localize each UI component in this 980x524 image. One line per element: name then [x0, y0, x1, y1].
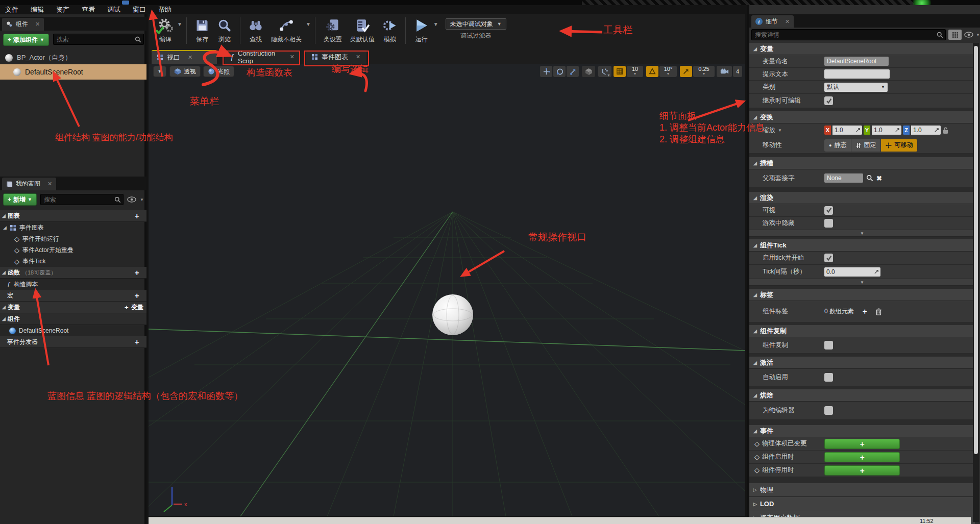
item-event-tick[interactable]: ◇ 事件Tick — [0, 256, 146, 267]
translate-tool-button[interactable] — [540, 66, 552, 77]
close-icon[interactable]: ✕ — [785, 18, 790, 25]
camera-speed-button[interactable] — [717, 66, 732, 77]
close-icon[interactable]: ✕ — [47, 181, 52, 187]
grid-snap-toggle[interactable] — [614, 66, 626, 77]
section-rendering[interactable]: ◢渲染 — [749, 192, 975, 204]
eye-icon[interactable] — [127, 196, 136, 203]
add-macro-button[interactable]: ＋ — [133, 291, 140, 301]
surface-snap-button[interactable]: ▼ — [598, 66, 611, 77]
close-icon[interactable]: ✕ — [188, 54, 192, 61]
tick-expander[interactable]: ▼ — [749, 279, 975, 286]
find-button[interactable]: 查找 — [244, 14, 267, 44]
section-variables[interactable]: ◢ 变量 ＋ 变量 — [0, 302, 146, 313]
compile-button[interactable]: 编译 — [154, 14, 177, 44]
rotation-snap-value-button[interactable]: 10°▼ — [659, 66, 677, 77]
clear-icon[interactable]: ✖ — [876, 174, 882, 182]
lit-button[interactable]: 光照 — [203, 66, 234, 77]
tree-item-bp-actor[interactable]: BP_Actor（自身） — [0, 51, 146, 64]
add-dispatcher-button[interactable]: ＋ — [133, 338, 140, 347]
section-replication[interactable]: ◢组件复制 — [749, 325, 975, 337]
details-scrollbar[interactable] — [973, 43, 979, 522]
item-event-actorbeginoverlap[interactable]: ◇ 事件Actor开始重叠 — [0, 244, 146, 256]
chevron-down-icon[interactable]: ▼ — [976, 33, 980, 37]
lock-icon[interactable] — [942, 127, 949, 134]
close-icon[interactable]: ✕ — [35, 21, 40, 28]
scrollbar-thumb[interactable] — [974, 46, 978, 454]
item-construction-script[interactable]: ƒ 构造脚本 — [0, 279, 146, 290]
hidden-in-game-checkbox[interactable] — [824, 219, 833, 228]
section-variable[interactable]: ◢变量 — [749, 43, 975, 55]
tab-details[interactable]: i 细节 ✕ — [751, 15, 794, 28]
menu-debug[interactable]: 调试 — [107, 5, 120, 14]
mobility-static-button[interactable]: ●静态 — [824, 139, 851, 152]
menu-asset[interactable]: 资产 — [56, 5, 69, 14]
visible-checkbox[interactable] — [824, 206, 833, 215]
hide-unrelated-button[interactable]: 隐藏不相关 — [267, 14, 306, 44]
item-event-graph[interactable]: ◢ 事件图表 — [0, 222, 146, 233]
add-graph-button[interactable]: ＋ — [133, 212, 140, 221]
close-icon[interactable]: ✕ — [290, 54, 295, 60]
grid-snap-value-button[interactable]: 10▼ — [627, 66, 643, 77]
editable-checkbox[interactable] — [824, 96, 833, 105]
section-components-category[interactable]: ◢ 组件 — [0, 313, 146, 325]
section-macros[interactable]: 宏 ＋ — [0, 290, 146, 302]
section-cooking[interactable]: ◢烘焙 — [749, 389, 975, 402]
variable-name-field[interactable]: DefaultSceneRoot — [824, 57, 889, 66]
eye-icon[interactable] — [964, 32, 973, 38]
section-sockets[interactable]: ◢插槽 — [749, 157, 975, 169]
section-events[interactable]: ◢事件 — [749, 425, 975, 437]
add-event-physics-volume-button[interactable]: ＋ — [824, 439, 900, 449]
menu-view[interactable]: 查看 — [82, 5, 95, 14]
close-icon[interactable]: ✕ — [356, 54, 360, 60]
add-event-deactivated-button[interactable]: ＋ — [824, 465, 900, 476]
section-dispatchers[interactable]: 事件分发器 ＋ — [0, 336, 146, 348]
chevron-down-icon[interactable]: ▼ — [778, 128, 782, 133]
section-physics[interactable]: ▷物理 — [749, 483, 975, 497]
scale-tool-button[interactable] — [567, 66, 579, 77]
category-dropdown[interactable]: 默认 ▼ — [824, 83, 888, 92]
add-event-activated-button[interactable]: ＋ — [824, 452, 900, 462]
socket-search-icon[interactable] — [866, 174, 873, 182]
section-functions[interactable]: ◢ 函数 （18可覆盖） ＋ — [0, 267, 146, 279]
add-variable-button[interactable]: ＋ 变量 — [124, 303, 143, 312]
simulate-button[interactable]: 模拟 — [379, 14, 401, 44]
menu-help[interactable]: 帮助 — [158, 5, 172, 14]
scale-snap-value-button[interactable]: 0.25▼ — [693, 66, 715, 77]
components-search[interactable] — [53, 34, 144, 45]
section-component-tick[interactable]: ◢组件Tick — [749, 239, 975, 252]
menu-window[interactable]: 窗口 — [133, 5, 146, 14]
section-transform[interactable]: ◢变换 — [749, 111, 975, 123]
chevron-down-icon[interactable]: ▼ — [433, 21, 438, 27]
section-graphs[interactable]: ◢ 图表 ＋ — [0, 210, 146, 222]
menu-file[interactable]: 文件 — [5, 5, 18, 14]
mobility-movable-button[interactable]: 可移动 — [881, 139, 918, 152]
scale-z-field[interactable]: 1.0 — [911, 126, 941, 135]
tab-construction-script[interactable]: ƒ Construction Scrip ✕ — [225, 50, 300, 64]
new-button[interactable]: + 新增 ▼ — [3, 193, 37, 206]
components-search-input[interactable] — [56, 35, 135, 43]
add-element-icon[interactable]: ＋ — [861, 307, 868, 316]
item-defaultsceneroot-var[interactable]: DefaultSceneRoot — [0, 325, 146, 336]
debug-object-dropdown[interactable]: 未选中调试对象 ▼ — [446, 18, 506, 30]
editor-only-checkbox[interactable] — [824, 406, 833, 415]
class-settings-button[interactable]: 类设置 — [320, 14, 346, 44]
tab-myblueprint[interactable]: 我的蓝图 ✕ — [2, 178, 56, 190]
chevron-down-icon[interactable]: ▼ — [140, 197, 144, 202]
section-lod[interactable]: ▷LOD — [749, 497, 975, 511]
class-defaults-button[interactable]: 类默认值 — [346, 14, 379, 44]
coordinate-space-button[interactable] — [582, 66, 595, 77]
tab-viewport[interactable]: 视口 ✕ — [152, 50, 217, 64]
chevron-down-icon[interactable]: ▼ — [177, 21, 182, 27]
scale-x-field[interactable]: 1.0 — [832, 126, 862, 135]
display-filter-button[interactable] — [948, 30, 962, 40]
auto-activate-checkbox[interactable] — [824, 373, 833, 382]
perspective-button[interactable]: 透视 — [169, 66, 201, 77]
parent-socket-field[interactable]: None — [824, 173, 863, 183]
myblueprint-search[interactable] — [40, 194, 124, 205]
rotation-snap-toggle[interactable] — [646, 66, 658, 77]
details-search[interactable] — [751, 29, 946, 40]
scale-y-field[interactable]: 1.0 — [872, 126, 901, 135]
section-activation[interactable]: ◢激活 — [749, 357, 975, 369]
viewport-options-button[interactable]: ▼ — [153, 66, 166, 77]
scale-snap-toggle[interactable] — [680, 66, 692, 77]
